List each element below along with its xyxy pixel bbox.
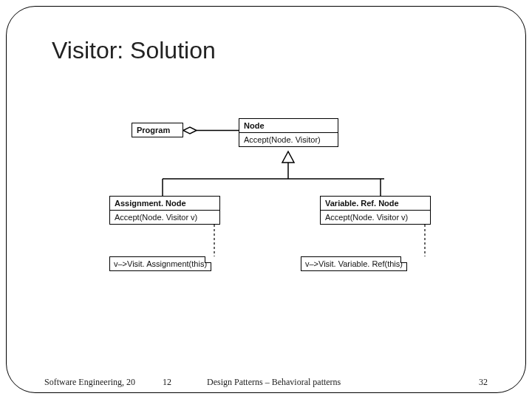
class-assignment-name: Assignment. Node [110,197,219,211]
class-variableref-node: Variable. Ref. Node Accept(Node. Visitor… [320,196,431,225]
footer-left-2: 12 [163,377,171,388]
footer-page-number: 32 [479,377,488,388]
class-program: Program [132,123,183,137]
svg-marker-2 [282,151,294,163]
footer-left-1: Software Engineering, 20 [44,377,135,388]
class-node-name: Node [239,119,338,133]
slide: Visitor: Solution Program [0,0,532,399]
class-program-name: Program [132,123,183,137]
uml-diagram: Program Node Accept(Node. Visitor) Assig… [96,111,436,318]
note-variableref: v–>Visit. Variable. Ref(this) [301,256,407,271]
footer-center: Design Patterns – Behavioral patterns [207,377,341,388]
class-node: Node Accept(Node. Visitor) [239,118,338,147]
slide-title: Visitor: Solution [52,37,216,64]
class-variableref-op: Accept(Node. Visitor v) [321,211,430,224]
note-assignment: v–>Visit. Assignment(this) [109,256,211,271]
class-variableref-name: Variable. Ref. Node [321,197,430,211]
class-assignment-op: Accept(Node. Visitor v) [110,211,219,224]
svg-marker-0 [183,127,197,134]
class-assignment-node: Assignment. Node Accept(Node. Visitor v) [109,196,220,225]
class-node-op: Accept(Node. Visitor) [239,133,338,146]
